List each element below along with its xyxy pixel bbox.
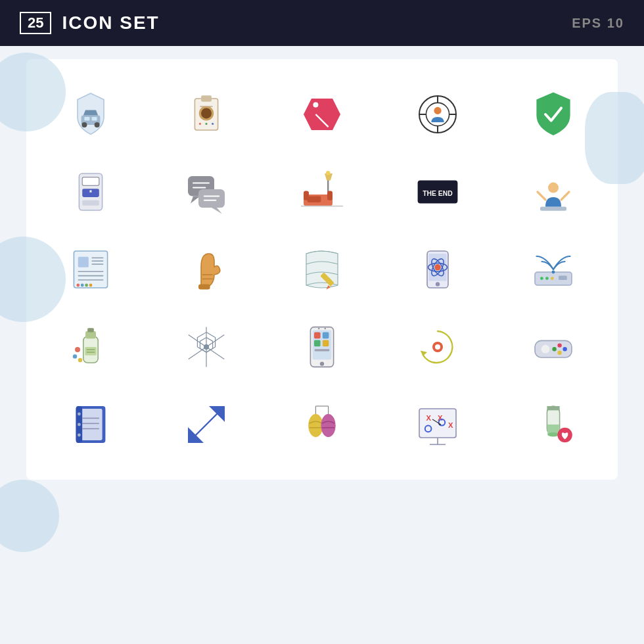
- svg-point-8: [201, 108, 212, 118]
- icon-spider-web: [155, 311, 258, 382]
- svg-rect-102: [323, 340, 329, 347]
- svg-point-41: [326, 171, 330, 175]
- svg-rect-80: [85, 331, 96, 338]
- icon-paint-bottle: [39, 311, 142, 382]
- svg-rect-85: [85, 347, 97, 356]
- svg-rect-3: [84, 117, 89, 121]
- svg-rect-49: [74, 251, 107, 288]
- svg-rect-146: [547, 406, 559, 410]
- icon-coffee-clipboard: [155, 79, 258, 150]
- icon-science-phone: [386, 234, 489, 305]
- svg-point-13: [313, 103, 318, 108]
- svg-rect-6: [201, 95, 212, 102]
- svg-point-58: [81, 284, 84, 287]
- svg-point-113: [563, 347, 566, 351]
- header-eps: EPS 10: [572, 16, 624, 31]
- icon-game-controller: [502, 311, 605, 382]
- svg-rect-50: [78, 257, 89, 267]
- svg-point-123: [78, 423, 81, 426]
- svg-line-90: [206, 347, 224, 359]
- svg-rect-78: [559, 276, 567, 280]
- svg-rect-100: [323, 333, 329, 339]
- icon-wifi-router: [502, 234, 605, 305]
- svg-point-60: [89, 284, 93, 287]
- svg-point-77: [551, 277, 554, 280]
- svg-point-2: [95, 122, 100, 127]
- svg-rect-99: [314, 333, 321, 339]
- svg-line-48: [561, 192, 569, 200]
- svg-point-46: [548, 183, 559, 193]
- icon-the-end: THE END: [386, 156, 489, 227]
- svg-point-9: [199, 123, 201, 125]
- svg-point-59: [85, 284, 88, 287]
- main-card: *: [26, 59, 618, 480]
- icons-grid: *: [39, 79, 605, 460]
- svg-point-10: [205, 123, 207, 125]
- icon-medical-test: [502, 389, 605, 460]
- svg-point-106: [325, 328, 326, 329]
- svg-point-96: [204, 344, 209, 350]
- icon-living-room: [271, 156, 373, 227]
- icon-chat-bubbles: [155, 156, 258, 227]
- svg-point-115: [552, 347, 556, 351]
- svg-marker-107: [421, 351, 427, 356]
- svg-point-148: [547, 432, 559, 436]
- bg-blob-tr: [585, 92, 644, 184]
- svg-point-105: [318, 328, 319, 329]
- svg-point-111: [541, 345, 550, 354]
- svg-point-68: [434, 264, 441, 271]
- svg-text:X: X: [448, 421, 453, 429]
- svg-point-57: [76, 284, 80, 287]
- svg-text:*: *: [89, 189, 93, 196]
- svg-point-112: [557, 343, 561, 347]
- svg-rect-101: [314, 340, 321, 347]
- svg-rect-81: [87, 328, 94, 332]
- icon-notebook: [39, 389, 142, 460]
- icon-strategy: X X X: [386, 389, 489, 460]
- svg-rect-29: [198, 189, 225, 208]
- svg-point-124: [78, 434, 81, 437]
- icon-edit-document: [271, 234, 373, 305]
- header-title: ICON SET: [62, 12, 159, 34]
- svg-point-72: [436, 282, 440, 286]
- svg-rect-61: [198, 284, 210, 289]
- svg-rect-117: [79, 409, 102, 440]
- icon-expand: [155, 389, 258, 460]
- svg-line-92: [189, 347, 206, 359]
- svg-point-11: [212, 123, 214, 125]
- svg-text:X: X: [426, 414, 431, 422]
- svg-point-84: [78, 358, 82, 362]
- svg-point-104: [320, 361, 324, 365]
- bg-blob-bl: [0, 480, 59, 552]
- svg-point-75: [540, 277, 543, 280]
- svg-line-47: [538, 192, 545, 200]
- icon-easter-eggs: [271, 389, 373, 460]
- svg-rect-4: [92, 117, 97, 121]
- svg-text:THE END: THE END: [423, 190, 453, 197]
- icon-mobile-app: [271, 311, 373, 382]
- header: 25 ICON SET EPS 10: [0, 0, 644, 46]
- svg-line-127: [191, 409, 222, 440]
- icon-price-tag: [271, 79, 373, 150]
- svg-marker-30: [212, 208, 222, 214]
- svg-point-122: [78, 413, 81, 416]
- svg-rect-26: [82, 200, 99, 206]
- icon-password-asterisk: *: [39, 156, 142, 227]
- header-badge: 25: [20, 12, 51, 34]
- icon-oven-mitt: [155, 234, 258, 305]
- svg-rect-23: [82, 177, 99, 186]
- svg-rect-103: [315, 349, 329, 351]
- svg-rect-45: [540, 206, 566, 210]
- icon-target-person: [386, 79, 489, 150]
- svg-point-21: [434, 107, 441, 114]
- svg-point-114: [557, 351, 561, 355]
- svg-rect-39: [327, 191, 333, 200]
- svg-rect-40: [308, 196, 321, 202]
- svg-point-83: [73, 354, 77, 358]
- svg-point-76: [545, 277, 549, 280]
- svg-point-129: [308, 414, 323, 437]
- svg-point-132: [321, 414, 335, 437]
- svg-point-74: [552, 271, 555, 274]
- icon-location-refresh: [386, 311, 489, 382]
- svg-point-82: [75, 347, 80, 352]
